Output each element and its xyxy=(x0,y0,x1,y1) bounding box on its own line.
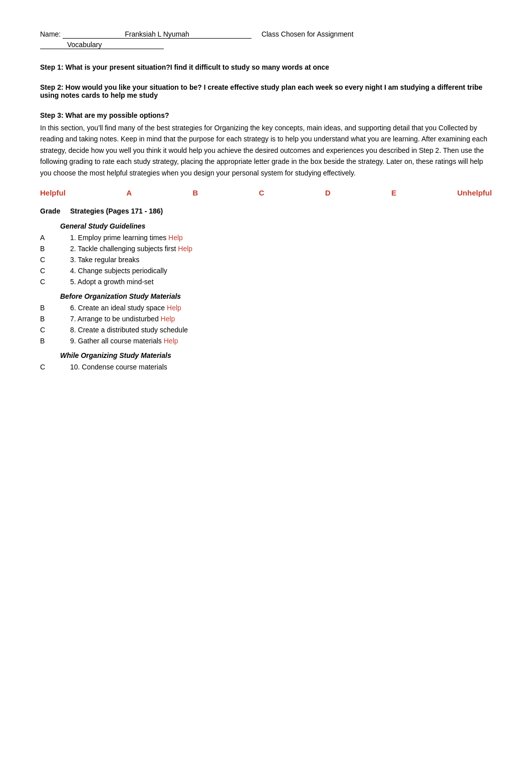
grade-scale-helpful: Helpful xyxy=(40,188,66,197)
strategy-grade-2-0: C xyxy=(40,361,70,372)
strategy-row-0-0: A1. Employ prime learning times Help xyxy=(40,232,492,243)
strategy-text-1-1: 7. Arrange to be undisturbed Help xyxy=(70,313,492,324)
name-underline-after xyxy=(191,30,251,39)
grade-scale-a: A xyxy=(126,188,132,197)
step3-body: In this section, you’ll find many of the… xyxy=(40,122,492,178)
grade-scale-unhelpful: Unhelpful xyxy=(457,188,492,197)
strategy-grade-1-1: B xyxy=(40,313,70,324)
strategy-number-1-0: 6. Create an ideal study space xyxy=(70,304,165,312)
strategy-grade-0-0: A xyxy=(40,232,70,243)
strategy-grade-0-2: C xyxy=(40,254,70,265)
strategy-text-0-4: 5. Adopt a growth mind-set xyxy=(70,276,492,287)
vocab-suffix xyxy=(104,41,164,49)
strategy-row-1-1: B7. Arrange to be undisturbed Help xyxy=(40,313,492,324)
strategy-text-0-2: 3. Take regular breaks xyxy=(70,254,492,265)
strategy-number-1-1: 7. Arrange to be undisturbed xyxy=(70,315,159,323)
grade-scale-b: B xyxy=(193,188,198,197)
strategy-row-0-1: B2. Tackle challenging subjects first He… xyxy=(40,243,492,254)
grade-header-label: Grade xyxy=(40,205,70,217)
vocab-value: Vocabulary xyxy=(65,41,104,49)
section-title-row-2: While Organizing Study Materials xyxy=(40,346,492,361)
strategy-text-0-3: 4. Change subjects periodically xyxy=(70,265,492,276)
step1-section: Step 1: What is your present situation?I… xyxy=(40,63,492,71)
name-label: Name: xyxy=(40,30,61,38)
grade-scale: Helpful A B C D E Unhelpful xyxy=(40,188,492,197)
strategy-help-1-0: Help xyxy=(167,304,181,312)
strategy-grade-0-4: C xyxy=(40,276,70,287)
vocab-line: Vocabulary xyxy=(40,41,492,49)
header-section: Name: Franksiah L Nyumah Class Chosen fo… xyxy=(40,30,492,49)
strategy-number-0-0: 1. Employ prime learning times xyxy=(70,234,166,242)
strategy-grade-1-3: B xyxy=(40,335,70,346)
strategy-number-1-3: 9. Gather all course materials xyxy=(70,337,162,345)
step3-section: Step 3: What are my possible options? In… xyxy=(40,111,492,178)
grade-scale-c: C xyxy=(259,188,264,197)
strategy-number-2-0: 10. Condense course materials xyxy=(70,363,167,371)
strategy-grade-1-0: B xyxy=(40,302,70,313)
strategies-table: Grade Strategies (Pages 171 - 186) Gener… xyxy=(40,205,492,372)
section-title-row-1: Before Organization Study Materials xyxy=(40,287,492,302)
grade-header-row: Grade Strategies (Pages 171 - 186) xyxy=(40,205,492,217)
strategy-grade-0-1: B xyxy=(40,243,70,254)
strategy-text-1-2: 8. Create a distributed study schedule xyxy=(70,324,492,335)
step1-heading: Step 1: What is your present situation?I… xyxy=(40,63,492,71)
strategy-grade-0-3: C xyxy=(40,265,70,276)
strategy-text-1-0: 6. Create an ideal study space Help xyxy=(70,302,492,313)
step2-section: Step 2: How would you like your situatio… xyxy=(40,83,492,99)
step3-heading: Step 3: What are my possible options? xyxy=(40,111,492,119)
strategy-help-1-1: Help xyxy=(161,315,175,323)
strategies-header-label: Strategies (Pages 171 - 186) xyxy=(70,205,492,217)
strategy-help-0-1: Help xyxy=(178,245,192,253)
name-underline-before xyxy=(63,30,123,39)
strategy-number-1-2: 8. Create a distributed study schedule xyxy=(70,326,188,334)
strategy-row-1-0: B6. Create an ideal study space Help xyxy=(40,302,492,313)
strategy-number-0-4: 5. Adopt a growth mind-set xyxy=(70,278,154,286)
strategy-row-0-3: C4. Change subjects periodically xyxy=(40,265,492,276)
class-label: Class Chosen for Assignment xyxy=(261,30,354,38)
grade-scale-e: E xyxy=(391,188,396,197)
strategy-text-0-1: 2. Tackle challenging subjects first Hel… xyxy=(70,243,492,254)
strategy-number-0-1: 2. Tackle challenging subjects first xyxy=(70,245,176,253)
grade-scale-d: D xyxy=(325,188,331,197)
strategy-help-0-0: Help xyxy=(168,234,183,242)
strategy-row-0-2: C3. Take regular breaks xyxy=(40,254,492,265)
strategy-row-2-0: C10. Condense course materials xyxy=(40,361,492,372)
strategy-text-0-0: 1. Employ prime learning times Help xyxy=(70,232,492,243)
strategy-number-0-3: 4. Change subjects periodically xyxy=(70,267,167,275)
strategy-row-1-3: B9. Gather all course materials Help xyxy=(40,335,492,346)
strategy-row-0-4: C5. Adopt a growth mind-set xyxy=(40,276,492,287)
name-line: Name: Franksiah L Nyumah Class Chosen fo… xyxy=(40,30,492,39)
strategy-text-2-0: 10. Condense course materials xyxy=(70,361,492,372)
strategy-number-0-2: 3. Take regular breaks xyxy=(70,256,139,264)
section-title-row-0: General Study Guidelines xyxy=(40,217,492,232)
strategy-text-1-3: 9. Gather all course materials Help xyxy=(70,335,492,346)
strategy-help-1-3: Help xyxy=(164,337,178,345)
strategy-row-1-2: C8. Create a distributed study schedule xyxy=(40,324,492,335)
name-value: Franksiah L Nyumah xyxy=(123,30,191,39)
vocab-prefix xyxy=(40,41,65,49)
step2-heading: Step 2: How would you like your situatio… xyxy=(40,83,492,99)
strategy-grade-1-2: C xyxy=(40,324,70,335)
